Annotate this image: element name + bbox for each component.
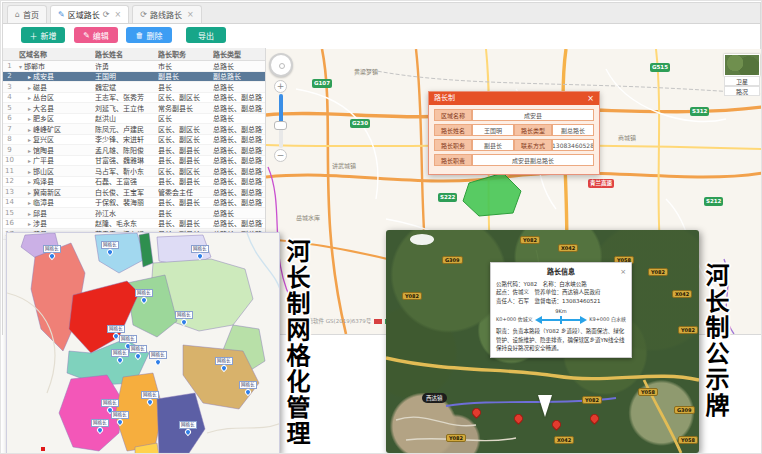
zoom-out-button[interactable]: − xyxy=(274,149,287,162)
table-row[interactable]: 12▸鸡泽县石磊、王富强县长、副县长总路长、副总路长 xyxy=(3,177,265,188)
grid-pin[interactable]: 网格长 xyxy=(111,411,129,425)
region-name-cell: ▾邯郸市 xyxy=(16,61,95,71)
table-row[interactable]: 2▸成安县王国明副县长副总路长 xyxy=(3,72,265,83)
chief-name-cell: 孙江水 xyxy=(95,208,158,218)
layer-traffic[interactable]: 路况 xyxy=(724,86,760,96)
table-row[interactable]: 16▸涉县赵隆、毛永东县长、副县长总路长、副总路长 xyxy=(3,219,265,230)
expand-caret-icon[interactable]: ▸ xyxy=(28,147,31,154)
table-row[interactable]: 7▸峰峰矿区陈凤元、卢建民区长、副区长总路长、副总路长 xyxy=(3,124,265,135)
header-chief-duty[interactable]: 路长职务 xyxy=(158,49,213,59)
table-row[interactable]: 3▸磁县魏宏斌县长总路长 xyxy=(3,82,265,93)
row-number: 7 xyxy=(3,125,16,133)
zoom-slider-handle[interactable] xyxy=(274,121,287,130)
grid-pin[interactable]: 网格长 xyxy=(91,419,109,433)
header-chief-name[interactable]: 路长姓名 xyxy=(95,49,158,59)
home-icon: ⌂ xyxy=(15,10,20,19)
table-row[interactable]: 15▸邱县孙江水县长总路长 xyxy=(3,208,265,219)
table-row[interactable]: 11▸邯山区马占军、靳小东区长、副区长总路长、副总路长 xyxy=(3,166,265,177)
chief-duty-cell: 管委会主任 xyxy=(158,187,213,197)
road-number-badge: G515 xyxy=(650,63,670,72)
grid-pin[interactable]: 网格长 xyxy=(179,421,197,435)
close-icon[interactable]: × xyxy=(114,10,121,19)
expand-caret-icon[interactable]: ▸ xyxy=(28,105,31,112)
table-header: 区域名称 路长姓名 路长职务 路长类型 xyxy=(3,48,265,61)
grid-pin[interactable]: 网格长 xyxy=(191,245,209,259)
expand-caret-icon[interactable]: ▸ xyxy=(28,136,31,143)
table-row[interactable]: 9▸馆陶县孟凡雄、陈阳俊县长、副县长总路长、副总路长 xyxy=(3,145,265,156)
pin-icon xyxy=(96,426,104,434)
segment-start: K0+000 佐城义 xyxy=(496,316,533,324)
add-button[interactable]: ＋ 新增 xyxy=(21,27,65,43)
chief-duty-cell: 区长、副区长 xyxy=(158,124,213,134)
expand-caret-icon[interactable]: ▸ xyxy=(28,157,31,164)
expand-caret-icon[interactable]: ▸ xyxy=(28,178,31,185)
grid-pin-label: 网格长 xyxy=(111,349,129,357)
grid-pin[interactable]: 网格长 xyxy=(215,357,233,371)
edit-button[interactable]: ✎ 编辑 xyxy=(74,27,118,43)
layer-switcher: 卫星 路况 xyxy=(724,54,760,96)
expand-caret-icon[interactable]: ▸ xyxy=(28,73,31,80)
expand-caret-icon[interactable]: ▸ xyxy=(28,84,31,91)
table-row[interactable]: 14▸临漳县于保叙、裴海丽县长、副县长总路长、副总路长 xyxy=(3,198,265,209)
expand-caret-icon[interactable]: ▸ xyxy=(28,189,31,196)
table-row[interactable]: 6▸肥乡区赵洪山区长总路长 xyxy=(3,114,265,125)
screenshot-root: ⌂ 首页 ✎ 区域路长 ⟳ × ⟳ 路线路长 × ＋ 新增 ✎ 编辑 🗑 删除 xyxy=(0,0,762,454)
header-chief-type[interactable]: 路长类型 xyxy=(213,49,263,59)
chief-name-value: 王国明 xyxy=(472,124,514,136)
grid-pin[interactable]: 网格长 xyxy=(111,349,129,363)
zoom-in-button[interactable]: + xyxy=(274,80,287,93)
row-number: 9 xyxy=(3,146,16,154)
close-icon[interactable]: × xyxy=(620,267,626,278)
add-button-label: 新增 xyxy=(41,30,57,41)
expand-caret-icon[interactable]: ▸ xyxy=(28,126,31,133)
grid-pin[interactable]: 网格长 xyxy=(129,345,147,359)
chief-name-cell: 刘延飞、王立伟 xyxy=(95,103,158,113)
sign-popup-title: 路长信息 × xyxy=(496,267,626,278)
row-number: 15 xyxy=(3,209,16,217)
export-button[interactable]: 导出 xyxy=(186,27,226,43)
tab-home[interactable]: ⌂ 首页 xyxy=(7,5,47,23)
layer-satellite[interactable]: 卫星 xyxy=(724,76,760,86)
grid-pin-label: 网格长 xyxy=(119,335,137,343)
grid-pin[interactable]: 网格长 xyxy=(135,289,153,303)
grid-pin[interactable]: 网格长 xyxy=(141,391,159,405)
table-row[interactable]: 5▸大名县刘延飞、王立伟常务副县长总路长、副总路长 xyxy=(3,103,265,114)
resp-label: 路长职责 xyxy=(434,154,472,166)
pin-icon xyxy=(196,252,204,260)
region-name-cell: ▸大名县 xyxy=(16,103,95,113)
table-row[interactable]: 8▸复兴区李少锋、宋进轩区长、副区长总路长、副总路长 xyxy=(3,135,265,146)
expand-caret-icon[interactable]: ▾ xyxy=(19,63,22,70)
chief-type-value: 副总路长 xyxy=(552,124,594,136)
refresh-icon[interactable]: ⟳ xyxy=(103,10,110,19)
close-icon[interactable]: × xyxy=(587,92,594,105)
chief-name-cell: 王志军、张秀芳 xyxy=(95,92,158,102)
table-row[interactable]: 1▾邯郸市许勇市长总路长 xyxy=(3,61,265,72)
expand-caret-icon[interactable]: ▸ xyxy=(28,115,31,122)
chief-duty-cell: 县长、副县长 xyxy=(158,155,213,165)
grid-pin[interactable]: 网格长 xyxy=(43,245,61,259)
expand-caret-icon[interactable]: ▸ xyxy=(28,94,31,101)
table-row[interactable]: 4▸丛台区王志军、张秀芳区长、副区长总路长、副总路长 xyxy=(3,93,265,104)
expand-caret-icon[interactable]: ▸ xyxy=(28,210,31,217)
expand-caret-icon[interactable]: ▸ xyxy=(28,199,31,206)
header-region-name[interactable]: 区域名称 xyxy=(16,49,95,59)
satellite-thumbnail[interactable] xyxy=(724,54,760,76)
tab-region-chief[interactable]: ✎ 区域路长 ⟳ × xyxy=(50,5,129,23)
table-row[interactable]: 10▸广平县甘富强、魏雅琳县长、副县长总路长、副总路长 xyxy=(3,156,265,167)
grid-pin[interactable]: 网格长 xyxy=(175,311,193,325)
grid-pin[interactable]: 网格长 xyxy=(101,241,119,255)
map-pan-control[interactable] xyxy=(269,53,293,77)
table-row[interactable]: 13▸冀南新区白长俊、王宝军管委会主任总路长、副总路长 xyxy=(3,187,265,198)
chief-type-cell: 总路长、副总路长 xyxy=(213,218,263,228)
close-icon[interactable]: × xyxy=(187,10,194,19)
chief-name-cell: 甘富强、魏雅琳 xyxy=(95,155,158,165)
grid-pin[interactable]: 网格长 xyxy=(239,381,257,395)
grid-pin-label: 网格长 xyxy=(91,419,109,427)
chief-duty-cell: 区长、副区长 xyxy=(158,92,213,102)
chief-type-cell: 总路长 xyxy=(213,208,263,218)
expand-caret-icon[interactable]: ▸ xyxy=(28,220,31,227)
delete-button[interactable]: 🗑 删除 xyxy=(126,27,172,43)
tab-route-chief[interactable]: ⟳ 路线路长 × xyxy=(132,5,201,23)
expand-caret-icon[interactable]: ▸ xyxy=(28,168,31,175)
grid-pin[interactable]: 网格长 xyxy=(149,351,167,365)
